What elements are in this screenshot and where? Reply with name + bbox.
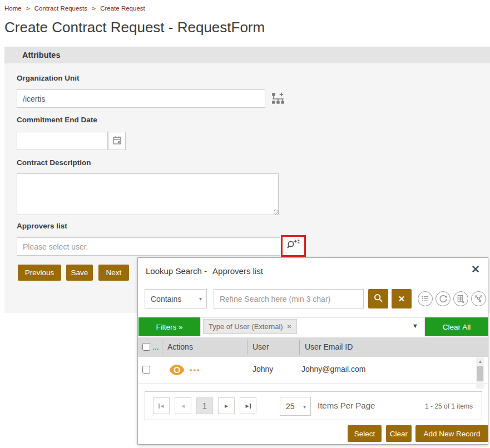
lookup-search-dialog: Lookup Search -Approvers list ✕ Contains… [137,257,488,445]
table-row[interactable]: ••• Johny Johny@gmail.com [138,357,488,384]
add-new-record-button[interactable]: Add New Record [415,425,488,442]
refresh-icon[interactable] [435,291,451,306]
chevron-down-icon: ▾ [199,296,202,302]
column-header-user[interactable]: User [253,342,269,351]
active-filter-label: Type of User (External) [209,322,283,331]
breadcrumb: Home > Contract Requests > Create Reques… [4,5,145,12]
approvers-list-input[interactable] [17,237,280,256]
breadcrumb-separator: > [26,5,30,12]
view-eye-icon[interactable] [169,364,185,377]
select-all-checkbox[interactable] [142,343,150,351]
clear-all-button[interactable]: Clear All [425,317,488,336]
scrollbar-thumb[interactable] [477,366,483,381]
first-page-icon [159,404,160,409]
last-page-button[interactable]: ▸ [240,397,256,414]
pagination-range-label: 1 - 25 of 1 items [425,402,473,410]
clear-search-button[interactable]: ✕ [392,289,412,308]
dialog-title: Lookup Search -Approvers list [146,266,263,276]
breadcrumb-contract-requests[interactable]: Contract Requests [34,5,87,12]
first-page-button[interactable]: ◂ [153,397,170,414]
page-size-value: 25 [286,402,295,411]
active-filter-tag: Type of User (External) ✕ [203,319,297,334]
search-button[interactable] [368,289,388,308]
chevron-down-icon: ▾ [303,404,306,410]
search-user-icon [286,238,301,253]
attributes-section-title: Attributes [22,51,60,59]
organization-unit-input[interactable] [17,89,265,108]
contract-description-textarea[interactable] [17,173,279,215]
filters-button[interactable]: Filters » [138,317,200,336]
table-header: ... Actions User User Email ID [138,337,488,357]
commitment-end-date-label: Commitment End Date [17,116,97,124]
pagination-bar: ◂ ◂ 1 ▸ ▸ 25 ▾ Items Per Page 1 - 25 of … [145,391,482,420]
select-button[interactable]: Select [348,425,382,442]
current-page-button[interactable]: 1 [196,397,213,414]
dialog-title-entity: Approvers list [212,266,263,276]
page-size-select[interactable]: 25 ▾ [280,397,311,416]
scrollbar[interactable]: ▲ [476,357,484,389]
items-per-page-label: Items Per Page [318,401,375,410]
network-icon[interactable] [471,291,486,306]
row-checkbox[interactable] [142,366,150,374]
search-operator-select[interactable]: Contains ▾ [145,289,207,308]
contract-description-label: Contract Description [17,158,91,167]
attributes-section-header: Attributes [4,47,490,63]
refine-search-input[interactable] [214,289,364,308]
row-menu-icon[interactable]: ••• [190,366,201,374]
list-view-icon[interactable] [418,291,433,306]
column-header-email[interactable]: User Email ID [305,342,353,351]
next-button[interactable]: Next [98,265,129,281]
clear-button[interactable]: Clear [386,425,412,442]
breadcrumb-home[interactable]: Home [4,5,22,12]
screen: Home > Contract Requests > Create Reques… [0,0,490,448]
save-button[interactable]: Save [66,265,93,281]
prev-page-button[interactable]: ◂ [175,397,191,414]
textarea-resize-grip[interactable] [274,210,279,215]
date-picker-button[interactable] [108,132,126,150]
remove-filter-icon[interactable]: ✕ [287,323,291,330]
filter-dropdown-caret-icon[interactable]: ▼ [412,322,418,329]
dialog-title-prefix: Lookup Search - [146,266,207,276]
breadcrumb-create-request[interactable]: Create Request [100,5,145,12]
next-page-icon: ▸ [225,402,228,410]
search-icon [373,296,383,305]
scroll-up-icon[interactable]: ▲ [476,357,484,366]
user-lookup-button[interactable] [281,235,306,257]
page-title: Create Contract Request - RequestForm [4,19,265,36]
column-header-actions[interactable]: Actions [167,342,193,351]
next-page-button[interactable]: ▸ [218,397,235,414]
breadcrumb-separator: > [92,5,96,12]
approvers-list-label: Approvers list [17,222,67,230]
row-email-cell: Johny@gmail.com [301,365,365,374]
org-chart-picker-icon[interactable] [271,92,285,106]
commitment-end-date-input[interactable] [17,132,108,150]
previous-button[interactable]: Previous [18,265,61,281]
close-icon[interactable]: ✕ [471,263,480,276]
export-excel-icon[interactable] [453,291,468,306]
row-user-cell: Johny [253,365,273,374]
header-ellipsis: ... [152,342,159,351]
prev-page-icon: ◂ [181,402,185,410]
organization-unit-label: Organization Unit [17,74,80,82]
search-operator-value: Contains [151,295,181,303]
last-page-icon [250,404,251,409]
calendar-icon [112,136,122,147]
